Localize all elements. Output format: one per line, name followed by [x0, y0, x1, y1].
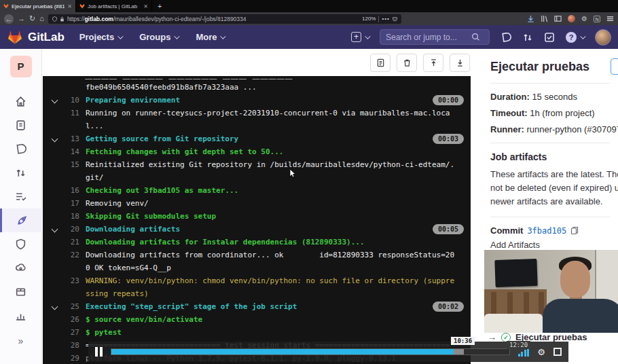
collapse-section-caret[interactable] — [47, 300, 62, 309]
line-number[interactable]: 11 — [62, 107, 79, 120]
line-number[interactable]: 22 — [62, 249, 79, 261]
sidebar-item-security[interactable] — [0, 232, 42, 256]
page-actions-icon[interactable]: ••• — [382, 16, 389, 22]
player-settings-gear-icon[interactable]: ⚙ — [537, 348, 545, 357]
log-text: $ source venv/bin/activate — [86, 313, 202, 326]
sidebar-item-ci-cd[interactable] — [0, 208, 42, 232]
line-number[interactable]: 16 — [62, 184, 79, 197]
gitlab-favicon — [3, 3, 9, 9]
pipeline-stage-job[interactable]: → ✓ Ejecutar pruebas — [488, 332, 587, 342]
tab-close-icon[interactable]: ✕ — [67, 3, 72, 10]
library-icon[interactable] — [541, 15, 548, 22]
new-tab-button[interactable]: + — [152, 0, 167, 12]
collapse-section-caret[interactable] — [47, 94, 62, 103]
firefox-account-icon[interactable] — [568, 15, 575, 22]
line-number[interactable]: 23 — [62, 274, 79, 287]
merge-requests-icon[interactable] — [522, 32, 533, 43]
back-icon[interactable]: ← — [4, 14, 14, 24]
log-line: 18Skipping Git submodules setup — [43, 210, 471, 223]
erase-log-button[interactable] — [397, 54, 417, 72]
nav-menu-groups[interactable]: Groups — [139, 32, 178, 42]
line-number[interactable]: 27 — [62, 326, 79, 339]
fullscreen-icon[interactable] — [553, 348, 562, 356]
line-number[interactable]: 25 — [62, 300, 79, 313]
line-number[interactable]: 17 — [62, 197, 79, 210]
sidebar-item-analytics[interactable] — [0, 304, 42, 327]
log-line: 13Getting source from Git repository00:0… — [43, 132, 471, 145]
line-number[interactable]: 14 — [62, 145, 79, 158]
log-line: 10Preparing environment00:00 — [43, 94, 471, 107]
new-menu-button[interactable]: + — [351, 32, 369, 42]
video-progress-bar[interactable] — [111, 348, 510, 355]
job-meta-row: Duration: 15 seconds — [490, 92, 618, 102]
user-avatar[interactable] — [595, 29, 611, 46]
line-number[interactable]: 13 — [62, 132, 79, 145]
gitlab-logo[interactable] — [7, 29, 23, 45]
list-check-icon — [15, 191, 26, 202]
sidebar-item-repository[interactable] — [0, 113, 42, 137]
line-number[interactable]: 18 — [62, 210, 79, 223]
browser-tab-bar: Ejecutar pruebas (#812890334 ✕ Job artif… — [0, 0, 618, 12]
address-bar[interactable]: https://gitlab.com/mauriballesdev/python… — [48, 14, 401, 24]
nav-menu-more[interactable]: More — [196, 32, 224, 42]
job-meta-rows: Duration: 15 secondsTimeout: 1h (from pr… — [490, 92, 618, 134]
notion-extension-icon[interactable]: N — [594, 16, 600, 22]
sidebar-item-merge-requests[interactable] — [0, 161, 42, 185]
line-number[interactable]: 15 — [62, 158, 79, 171]
url-text[interactable]: https://gitlab.com/mauriballesdev/python… — [67, 16, 359, 22]
caret-spacer — [47, 197, 62, 201]
merge-requests-icon — [15, 167, 26, 179]
arrow-up-bar-icon — [429, 58, 438, 67]
line-number[interactable]: 10 — [62, 94, 79, 107]
gitlab-brand[interactable]: GitLab — [28, 31, 65, 44]
player-scrubber[interactable] — [454, 349, 464, 354]
help-menu[interactable]: ? — [566, 32, 584, 43]
reload-icon[interactable]: ↻ — [29, 15, 35, 22]
chart-bars-icon — [15, 310, 26, 321]
sidebar-item-packages[interactable] — [0, 280, 42, 304]
project-avatar[interactable]: P — [10, 56, 32, 77]
job-meta-row: Runner: runner-python (#3070970 — [490, 124, 618, 134]
sidebar-toggle-icon[interactable] — [554, 15, 562, 22]
video-player-controls[interactable]: ⚙ — [88, 342, 568, 362]
commit-sha-link[interactable]: 3fbad105 — [527, 226, 566, 236]
browser-tab-artifacts[interactable]: Job artifacts | GitLab ✕ — [76, 0, 152, 12]
home-icon[interactable]: ⌂ — [39, 15, 44, 22]
nav-menu-projects[interactable]: Projects — [79, 32, 122, 42]
shield-icon[interactable] — [52, 16, 57, 22]
settings-gear-icon[interactable]: ⚙ — [581, 16, 587, 22]
line-number[interactable]: 26 — [62, 313, 79, 326]
sidebar-item-requirements[interactable] — [0, 185, 42, 208]
commit-label: Commit — [490, 225, 523, 236]
collapse-section-caret[interactable] — [47, 132, 62, 141]
lock-icon[interactable] — [60, 16, 65, 22]
sidebar-item-issues[interactable] — [0, 137, 42, 161]
menu-icon[interactable] — [606, 15, 614, 22]
sidebar-item-operations[interactable] — [0, 256, 42, 280]
forward-icon[interactable]: → — [18, 15, 25, 22]
downloads-icon[interactable] — [527, 15, 534, 22]
pause-button[interactable] — [95, 347, 103, 357]
issues-icon[interactable] — [501, 32, 511, 43]
line-number[interactable]: 21 — [62, 236, 79, 249]
global-search[interactable] — [380, 29, 490, 45]
pocket-icon[interactable] — [393, 16, 397, 22]
search-input[interactable] — [386, 33, 467, 42]
show-raw-log-button[interactable] — [370, 54, 390, 72]
tab-close-icon[interactable]: ✕ — [143, 3, 148, 10]
browser-tab-job[interactable]: Ejecutar pruebas (#812890334 ✕ — [0, 0, 76, 12]
scroll-to-bottom-button[interactable] — [450, 54, 470, 72]
line-number[interactable]: 28 — [62, 339, 79, 352]
scroll-to-top-button[interactable] — [423, 54, 443, 72]
line-number[interactable]: 29 — [62, 352, 79, 364]
copy-commit-icon[interactable] — [570, 226, 579, 235]
todos-icon[interactable] — [544, 32, 555, 43]
job-title: Ejecutar pruebas — [490, 60, 589, 74]
page-zoom-level[interactable]: 120% — [362, 16, 376, 22]
line-number[interactable]: 20 — [62, 223, 79, 236]
job-log-terminal[interactable]: ­⎺⎺⎺⎺ ⎺⎺⎺⎺⎺ ⎺⎺⎺⎺⎺⎺ ⎺⎺⎺ ⎺⎺⎺⎺⎺ fbe049b6504… — [43, 76, 471, 364]
retry-button[interactable]: Retry — [611, 58, 618, 75]
sidebar-item-project-overview[interactable] — [0, 90, 42, 113]
collapse-sidebar-button[interactable]: » — [0, 329, 42, 352]
collapse-section-caret[interactable] — [47, 223, 62, 232]
